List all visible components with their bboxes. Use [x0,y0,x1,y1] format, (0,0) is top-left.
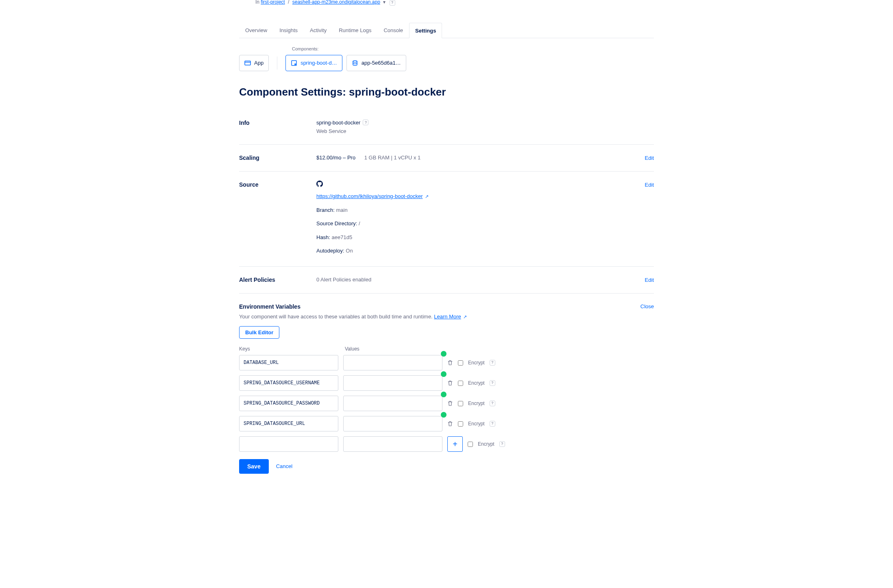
page-title: Component Settings: spring-boot-docker [239,84,654,100]
encrypt-checkbox[interactable] [458,421,463,427]
database-icon [352,60,358,66]
encrypt-label: Encrypt [468,420,485,427]
info-help-icon[interactable]: ? [363,120,368,125]
encrypt-label: Encrypt [478,440,494,448]
breadcrumb-sep: / [288,0,289,5]
chip-db[interactable]: app-5e65d6a1… [346,55,406,71]
chip-db-label: app-5e65d6a1… [362,60,401,66]
srcdir-val: / [359,220,360,226]
env-key-input[interactable] [239,416,338,431]
breadcrumb-help-icon[interactable]: ? [390,0,395,6]
env-key-input[interactable] [239,436,338,452]
encrypt-label: Encrypt [468,379,485,387]
encrypt-checkbox[interactable] [458,401,463,406]
env-value-input[interactable] [343,436,442,452]
env-value-input[interactable] [343,355,442,370]
env-desc: Your component will have access to these… [239,314,434,320]
env-learn-more[interactable]: Learn More [434,314,461,320]
env-row: Encrypt? [239,375,654,391]
trash-icon[interactable] [447,380,453,386]
section-info: Info spring-boot-docker ? Web Service [239,110,654,145]
encrypt-checkbox[interactable] [458,381,463,386]
app-icon [244,60,251,66]
encrypt-checkbox[interactable] [458,360,463,366]
kv-headers: Keys Values [239,345,654,353]
env-close[interactable]: Close [640,303,654,311]
service-icon [291,60,297,66]
env-key-input[interactable] [239,355,338,370]
svg-point-4 [353,61,357,62]
values-header: Values [345,345,444,353]
breadcrumb-chevron[interactable]: ▾ [383,0,386,5]
chip-spring[interactable]: spring-boot-d… [285,55,342,71]
help-icon[interactable]: ? [499,441,505,447]
branch-key: Branch: [316,207,335,213]
add-env-var-button[interactable]: + [447,436,463,452]
alerts-value: 0 Alert Policies enabled [316,277,371,283]
env-value-input[interactable] [343,416,442,431]
autodeploy-val: On [346,248,353,254]
save-button[interactable]: Save [239,459,269,474]
cancel-link[interactable]: Cancel [276,462,292,470]
components-label: Components: [292,46,654,52]
help-icon[interactable]: ? [490,421,495,427]
hash-key: Hash: [316,234,330,240]
env-label: Environment Variables [239,303,316,311]
breadcrumb-app-url[interactable]: seashell-app-m23me.ondigitalocean.app [292,0,380,5]
help-icon[interactable]: ? [490,360,495,366]
info-type: Web Service [316,127,629,135]
encrypt-checkbox[interactable] [468,442,473,447]
bulk-editor-button[interactable]: Bulk Editor [239,326,279,339]
env-row: Encrypt? [239,355,654,370]
trash-icon[interactable] [447,360,453,366]
external-link-icon: ↗ [425,194,429,199]
help-icon[interactable]: ? [490,380,495,386]
chip-spring-label: spring-boot-d… [301,60,337,66]
source-label: Source [239,181,316,257]
env-row: +Encrypt? [239,436,654,452]
alerts-label: Alert Policies [239,276,316,284]
tab-insights[interactable]: Insights [273,23,304,38]
hash-val: aee71d5 [332,234,353,240]
env-row: Encrypt? [239,416,654,431]
env-row: Encrypt? [239,396,654,411]
autodeploy-key: Autodeploy: [316,248,344,254]
info-name: spring-boot-docker [316,119,360,127]
env-key-input[interactable] [239,396,338,411]
help-icon[interactable]: ? [490,401,495,406]
tab-console[interactable]: Console [377,23,409,38]
chip-divider [277,57,277,70]
source-edit[interactable]: Edit [645,182,654,188]
source-url[interactable]: https://github.com/lkhiloya/spring-boot-… [316,193,423,199]
env-value-input[interactable] [343,375,442,391]
scaling-edit[interactable]: Edit [645,155,654,161]
tab-activity[interactable]: Activity [304,23,333,38]
section-alerts: Alert Policies 0 Alert Policies enabled … [239,267,654,294]
env-value-input[interactable] [343,396,442,411]
svg-rect-0 [245,61,250,65]
tab-runtime-logs[interactable]: Runtime Logs [333,23,377,38]
chip-app-label: App [254,60,264,66]
section-scaling: Scaling $12.00/mo – Pro 1 GB RAM | 1 vCP… [239,145,654,172]
components-row: App spring-boot-d… app-5e65d6a1… [239,55,654,71]
trash-icon[interactable] [447,401,453,406]
alerts-edit[interactable]: Edit [645,277,654,283]
env-key-input[interactable] [239,375,338,391]
external-link-icon-2: ↗ [463,314,467,319]
scaling-label: Scaling [239,154,316,162]
branch-val: main [336,207,347,213]
breadcrumb-project-link[interactable]: first-project [261,0,285,5]
grammarly-icon [441,371,446,377]
keys-header: Keys [239,345,338,353]
grammarly-icon [441,392,446,397]
section-env: Environment Variables Close Your compone… [239,294,654,483]
tab-overview[interactable]: Overview [239,23,273,38]
scaling-spec: 1 GB RAM | 1 vCPU x 1 [364,155,420,161]
tab-settings[interactable]: Settings [409,23,442,38]
scaling-price: $12.00/mo – Pro [316,154,355,162]
chip-app[interactable]: App [239,55,269,71]
section-source: Source https://github.com/lkhiloya/sprin… [239,172,654,267]
github-icon [316,182,323,188]
trash-icon[interactable] [447,421,453,427]
tabs: Overview Insights Activity Runtime Logs … [239,23,654,38]
